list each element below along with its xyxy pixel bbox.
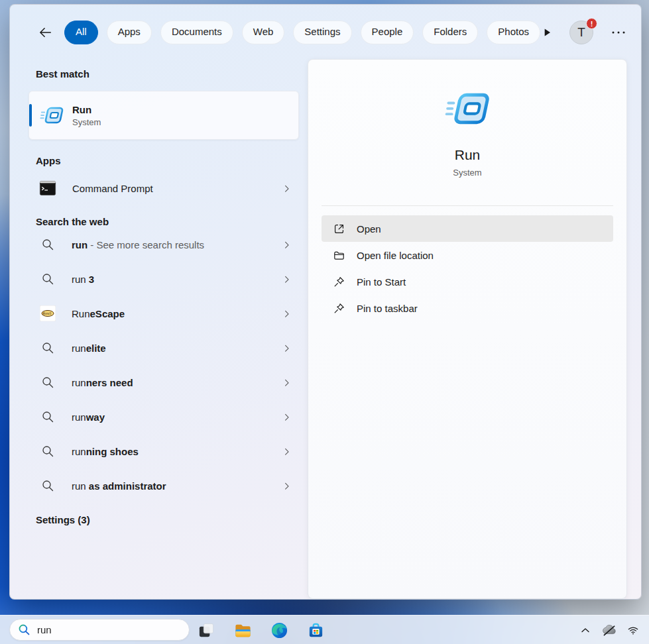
filter-tab[interactable]: Web bbox=[242, 21, 285, 44]
edge-browser-button[interactable] bbox=[266, 617, 292, 643]
results-list: Best match Run System Apps bbox=[10, 60, 308, 525]
action-pin-to-taskbar[interactable]: Pin to taskbar bbox=[322, 295, 613, 321]
edge-icon bbox=[270, 621, 288, 639]
web-suggestion-row[interactable]: RuneS run as administrator bbox=[29, 468, 299, 503]
divider bbox=[322, 205, 613, 206]
web-suggestion-row[interactable]: RuneS run 3 bbox=[29, 262, 299, 296]
best-match-item-run[interactable]: Run System bbox=[29, 91, 299, 140]
suggestion-text: run 3 bbox=[72, 274, 94, 285]
search-icon bbox=[40, 478, 56, 494]
suggestion-text: runway bbox=[72, 411, 105, 423]
wifi-button[interactable] bbox=[622, 617, 644, 643]
filter-tab[interactable]: Photos bbox=[487, 21, 540, 44]
pin-icon bbox=[332, 275, 345, 288]
chevron-right-icon[interactable] bbox=[280, 342, 292, 354]
options-ellipsis-button[interactable] bbox=[609, 26, 628, 39]
chevron-right-icon[interactable] bbox=[280, 480, 292, 492]
taskbar bbox=[0, 615, 649, 644]
run-app-icon-large bbox=[443, 90, 491, 127]
tray-chevron-up-button[interactable] bbox=[575, 617, 596, 643]
run-app-icon bbox=[39, 105, 64, 125]
web-suggestion-row[interactable]: RuneS run - See more search results bbox=[29, 227, 299, 262]
filter-tab[interactable]: All bbox=[64, 21, 98, 44]
notification-badge: ! bbox=[586, 18, 597, 29]
chevron-right-icon[interactable] bbox=[280, 182, 292, 194]
search-icon bbox=[18, 623, 30, 636]
action-open-file-location[interactable]: Open file location bbox=[322, 242, 613, 268]
web-suggestion-row[interactable]: RuneS runners need bbox=[29, 365, 299, 400]
search-web-header: Search the web bbox=[36, 216, 308, 227]
suggestion-text: RuneScape bbox=[72, 308, 125, 319]
task-view-icon bbox=[198, 621, 215, 639]
suggestion-text: running shoes bbox=[72, 446, 139, 457]
best-match-header: Best match bbox=[36, 68, 308, 80]
taskbar-search-box[interactable] bbox=[9, 619, 190, 641]
search-icon bbox=[40, 443, 56, 459]
action-label: Pin to taskbar bbox=[357, 303, 418, 314]
chevron-right-icon[interactable] bbox=[280, 411, 292, 423]
back-arrow-icon bbox=[38, 25, 52, 40]
ellipsis-icon bbox=[611, 29, 626, 36]
search-icon bbox=[40, 374, 56, 390]
best-match-meta: Run System bbox=[72, 104, 101, 127]
selection-accent-bar bbox=[29, 104, 32, 127]
search-icon bbox=[40, 340, 56, 356]
wifi-icon bbox=[626, 623, 640, 637]
web-suggestion-row[interactable]: RuneS runway bbox=[29, 400, 299, 434]
search-icon bbox=[40, 237, 56, 252]
play-triangle-icon bbox=[540, 26, 554, 39]
action-pin-to-start[interactable]: Pin to Start bbox=[322, 268, 613, 295]
account-avatar[interactable]: T ! bbox=[569, 21, 593, 44]
chevron-right-icon[interactable] bbox=[280, 307, 292, 319]
microsoft-store-button[interactable] bbox=[302, 617, 329, 643]
action-label: Pin to Start bbox=[357, 276, 406, 288]
store-icon bbox=[307, 621, 325, 639]
app-result-label: Command Prompt bbox=[72, 183, 153, 194]
folder-icon bbox=[332, 248, 345, 262]
detail-panel: Run System Open bbox=[308, 59, 627, 599]
task-view-button[interactable] bbox=[193, 617, 219, 643]
filter-tab[interactable]: Settings bbox=[293, 21, 351, 44]
search-icon bbox=[40, 271, 56, 287]
filter-bar-right: T ! bbox=[540, 21, 628, 44]
chevron-up-icon bbox=[579, 623, 592, 637]
web-suggestion-row[interactable]: RuneS RuneScape bbox=[29, 296, 299, 331]
best-match-subtitle: System bbox=[72, 117, 101, 127]
action-label: Open file location bbox=[357, 250, 434, 261]
best-match-title: Run bbox=[72, 104, 101, 115]
filter-tab[interactable]: People bbox=[361, 21, 414, 44]
chevron-right-icon[interactable] bbox=[280, 376, 292, 388]
filter-tab[interactable]: Documents bbox=[160, 21, 233, 44]
action-open[interactable]: Open bbox=[322, 215, 613, 242]
suggestion-text: runners need bbox=[72, 377, 133, 388]
filter-tab[interactable]: Apps bbox=[107, 21, 152, 44]
detail-subtitle: System bbox=[308, 168, 626, 178]
settings-header: Settings (3) bbox=[36, 514, 308, 525]
chevron-right-icon[interactable] bbox=[280, 445, 292, 457]
action-list: Open Open file location bbox=[322, 215, 613, 321]
file-explorer-button[interactable] bbox=[229, 617, 256, 643]
open-external-icon bbox=[332, 222, 345, 235]
back-button[interactable] bbox=[38, 24, 52, 41]
svg-text:RuneS: RuneS bbox=[42, 311, 52, 315]
desktop-screen: All Apps Documents Web Settings People F… bbox=[0, 0, 649, 644]
search-icon bbox=[40, 409, 56, 425]
filter-tab[interactable]: Folders bbox=[422, 21, 478, 44]
web-suggestion-row[interactable]: RuneS runelite bbox=[29, 331, 299, 365]
chevron-right-icon[interactable] bbox=[280, 273, 292, 285]
onedrive-status-button[interactable] bbox=[599, 617, 620, 643]
more-filters-button[interactable] bbox=[540, 26, 554, 39]
suggestion-text: runelite bbox=[72, 343, 106, 354]
onedrive-offline-icon bbox=[601, 621, 618, 639]
chevron-right-icon[interactable] bbox=[280, 239, 292, 250]
detail-title: Run bbox=[308, 147, 626, 163]
web-suggestion-row[interactable]: RuneS running shoes bbox=[29, 434, 299, 468]
search-input[interactable] bbox=[37, 624, 170, 635]
app-result-command-prompt[interactable]: Command Prompt bbox=[29, 172, 299, 204]
file-explorer-icon bbox=[234, 621, 252, 639]
taskbar-apps bbox=[193, 616, 329, 644]
pin-icon bbox=[332, 301, 345, 315]
search-flyout-panel: All Apps Documents Web Settings People F… bbox=[9, 4, 642, 600]
filter-bar: All Apps Documents Web Settings People F… bbox=[10, 5, 641, 44]
suggestion-text: run - See more search results bbox=[72, 239, 204, 250]
